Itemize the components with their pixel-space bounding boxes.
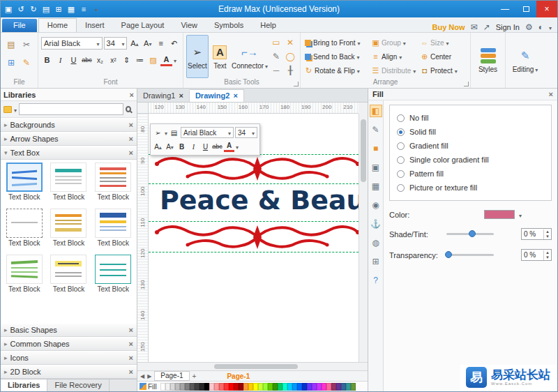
grow-font-button[interactable]: A bbox=[128, 38, 140, 50]
vertical-scrollbar[interactable] bbox=[359, 114, 368, 362]
paste-icon[interactable]: ▤ bbox=[5, 39, 17, 50]
fill-option[interactable]: No fill bbox=[397, 111, 544, 125]
align-text-icon[interactable]: ≡ bbox=[155, 38, 167, 50]
fill-option[interactable]: Gradient fill bbox=[397, 139, 544, 153]
flourish-ornament-bottom[interactable] bbox=[153, 224, 359, 250]
palette-swatch[interactable] bbox=[322, 383, 326, 391]
rotate-flip-button[interactable]: ↻Rotate & Flip bbox=[303, 63, 370, 77]
tab-drawing1[interactable]: Drawing1 bbox=[137, 90, 190, 102]
close-button[interactable]: × bbox=[536, 1, 557, 17]
grow-font-button[interactable]: A bbox=[153, 142, 163, 152]
palette-swatch[interactable] bbox=[287, 383, 292, 391]
section-common-shapes[interactable]: ▸ Common Shapes bbox=[1, 337, 137, 351]
format-painter-icon[interactable]: ✎ bbox=[20, 57, 33, 68]
close-icon[interactable] bbox=[129, 121, 133, 129]
buy-now-link[interactable]: Buy Now bbox=[432, 23, 465, 31]
mail-icon[interactable]: ✉ bbox=[471, 22, 478, 32]
fill-option[interactable]: Pattern fill bbox=[397, 167, 544, 181]
line-spacing-icon[interactable]: ⇕ bbox=[121, 54, 133, 66]
palette-swatch[interactable] bbox=[331, 383, 336, 391]
text-block-thumbnail[interactable] bbox=[6, 209, 43, 238]
italic-button[interactable]: I bbox=[54, 54, 66, 66]
hyperlink-icon[interactable]: ◍ bbox=[370, 236, 382, 249]
copy-icon[interactable]: ⊞ bbox=[5, 57, 17, 68]
styles-button[interactable]: Styles bbox=[471, 33, 505, 88]
close-icon[interactable] bbox=[233, 91, 237, 100]
section-arrow-shapes[interactable]: ▸ Arrow Shapes bbox=[1, 132, 137, 146]
palette-swatch[interactable] bbox=[302, 383, 307, 391]
minimize-button[interactable]: — bbox=[495, 1, 515, 17]
underline-button[interactable]: U bbox=[68, 54, 80, 66]
font-name-select[interactable]: Arial Black bbox=[41, 37, 103, 50]
close-icon[interactable] bbox=[129, 326, 133, 334]
align-button[interactable]: ≡Align bbox=[370, 50, 419, 63]
shade-tint-slider[interactable] bbox=[446, 233, 494, 235]
section-text-box[interactable]: ▾ Text Box bbox=[1, 146, 137, 160]
protect-button[interactable]: ◘Protect bbox=[419, 63, 469, 77]
font-color-chevron-icon[interactable] bbox=[174, 56, 176, 64]
close-icon[interactable] bbox=[130, 91, 134, 99]
fill-swatch-icon[interactable] bbox=[140, 383, 146, 390]
superscript-button[interactable]: x² bbox=[107, 54, 119, 66]
text-block-thumbnail[interactable] bbox=[95, 209, 131, 238]
cut-icon[interactable]: ✂ bbox=[20, 39, 33, 50]
size-button[interactable]: ⇔Size bbox=[419, 36, 469, 50]
palette-swatch[interactable] bbox=[165, 383, 170, 391]
tab-drawing2[interactable]: Drawing2 bbox=[190, 89, 244, 102]
bullet-list-icon[interactable]: ≔ bbox=[134, 54, 146, 66]
tab-page-layout[interactable]: Page Layout bbox=[113, 19, 173, 32]
palette-swatch[interactable] bbox=[341, 383, 346, 391]
help-icon[interactable]: ? bbox=[370, 274, 382, 287]
anchor-icon[interactable]: ⚓ bbox=[370, 218, 382, 230]
print-icon[interactable]: ≡ bbox=[79, 5, 89, 13]
close-icon[interactable] bbox=[129, 354, 133, 362]
subscript-button[interactable]: x₂ bbox=[94, 54, 106, 66]
palette-swatch[interactable] bbox=[258, 383, 263, 391]
palette-swatch[interactable] bbox=[292, 383, 297, 391]
palette-swatch[interactable] bbox=[234, 383, 239, 391]
tab-view[interactable]: View bbox=[172, 19, 206, 32]
text-block-thumbnail[interactable] bbox=[50, 163, 86, 192]
chevron-down-icon[interactable] bbox=[165, 128, 167, 137]
anchor-point-tool-icon[interactable]: ╂ bbox=[287, 66, 292, 75]
ribbon-collapse-chevron-icon[interactable] bbox=[549, 23, 552, 31]
tab-symbols[interactable]: Symbols bbox=[206, 19, 252, 32]
fill-option[interactable]: Picture or texture fill bbox=[397, 181, 544, 195]
palette-swatch[interactable] bbox=[243, 383, 248, 391]
guide-line[interactable] bbox=[149, 221, 359, 222]
ellipse-tool-icon[interactable]: ◯ bbox=[285, 52, 294, 61]
page-tab[interactable]: Page-1 bbox=[154, 371, 189, 381]
basic-tools-dialog-launcher-icon[interactable] bbox=[294, 82, 299, 86]
palette-swatch[interactable] bbox=[326, 383, 331, 391]
palette-swatch[interactable] bbox=[282, 383, 287, 391]
canvas-text-shape[interactable]: Peace & Beaut bbox=[160, 185, 359, 216]
theme-icon[interactable]: ◐ bbox=[538, 22, 543, 32]
pen-tool-icon[interactable]: ✎ bbox=[273, 52, 280, 61]
chevron-down-icon[interactable] bbox=[14, 105, 17, 114]
strikethrough-button[interactable]: abc bbox=[212, 142, 223, 152]
arrange-dialog-launcher-icon[interactable] bbox=[464, 82, 469, 86]
close-icon[interactable] bbox=[549, 90, 553, 98]
tab-home[interactable]: Home bbox=[38, 18, 77, 32]
spinner-arrows-icon[interactable]: ▲▼ bbox=[543, 250, 551, 260]
palette-swatch[interactable] bbox=[253, 383, 258, 391]
shrink-font-button[interactable]: A bbox=[165, 142, 175, 152]
font-color-button[interactable]: A bbox=[224, 142, 234, 152]
highlight-color-icon[interactable]: ▨ bbox=[147, 54, 159, 66]
layer-icon[interactable]: ▤ bbox=[169, 128, 179, 138]
section-2d-block[interactable]: ▸ 2D Block bbox=[1, 365, 137, 379]
close-icon[interactable] bbox=[129, 149, 133, 157]
sign-in-link[interactable]: Sign In bbox=[496, 23, 520, 31]
slider-thumb[interactable] bbox=[445, 251, 452, 258]
palette-swatch[interactable] bbox=[317, 383, 322, 391]
previous-page-icon[interactable]: ◀ bbox=[140, 373, 144, 379]
palette-swatch[interactable] bbox=[190, 383, 195, 391]
new-document-icon[interactable]: ▤ bbox=[41, 5, 51, 14]
line-style-icon[interactable]: ✎ bbox=[370, 123, 382, 136]
text-block-thumbnail[interactable] bbox=[95, 255, 131, 284]
fill-option[interactable]: Single color gradient fill bbox=[397, 153, 544, 167]
text-block-thumbnail[interactable] bbox=[6, 163, 43, 192]
palette-swatch[interactable] bbox=[273, 383, 278, 391]
font-color-button[interactable]: A bbox=[160, 54, 172, 66]
shade-tint-spinner[interactable]: 0 % ▲▼ bbox=[521, 228, 552, 240]
